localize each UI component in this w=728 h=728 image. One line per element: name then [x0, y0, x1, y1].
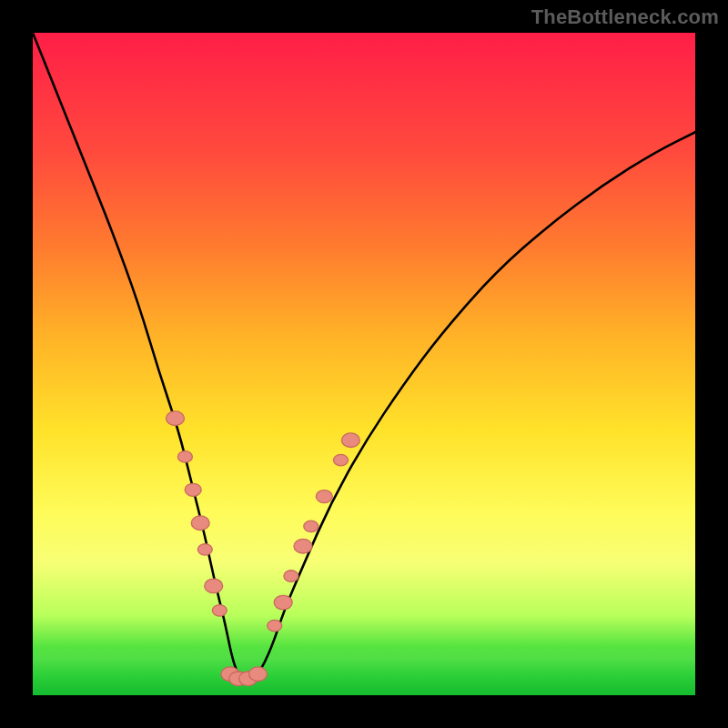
data-marker: [334, 454, 349, 465]
data-marker: [185, 483, 201, 496]
chart-svg: [33, 33, 695, 695]
marker-layer: [167, 411, 360, 686]
data-marker: [191, 516, 209, 531]
data-marker: [249, 667, 268, 682]
data-marker: [341, 433, 359, 448]
bottleneck-curve: [33, 33, 695, 681]
watermark-text: TheBottleneck.com: [531, 5, 719, 29]
data-marker: [177, 451, 192, 462]
data-marker: [274, 595, 292, 610]
data-marker: [205, 579, 223, 593]
plot-area: [33, 33, 695, 695]
data-marker: [304, 521, 318, 531]
data-marker: [268, 620, 282, 631]
data-marker: [316, 490, 332, 503]
chart-stage: TheBottleneck.com: [0, 0, 728, 728]
data-marker: [294, 539, 312, 553]
data-marker: [167, 411, 185, 426]
data-marker: [212, 605, 227, 616]
data-marker: [284, 571, 298, 581]
data-marker: [197, 544, 212, 555]
